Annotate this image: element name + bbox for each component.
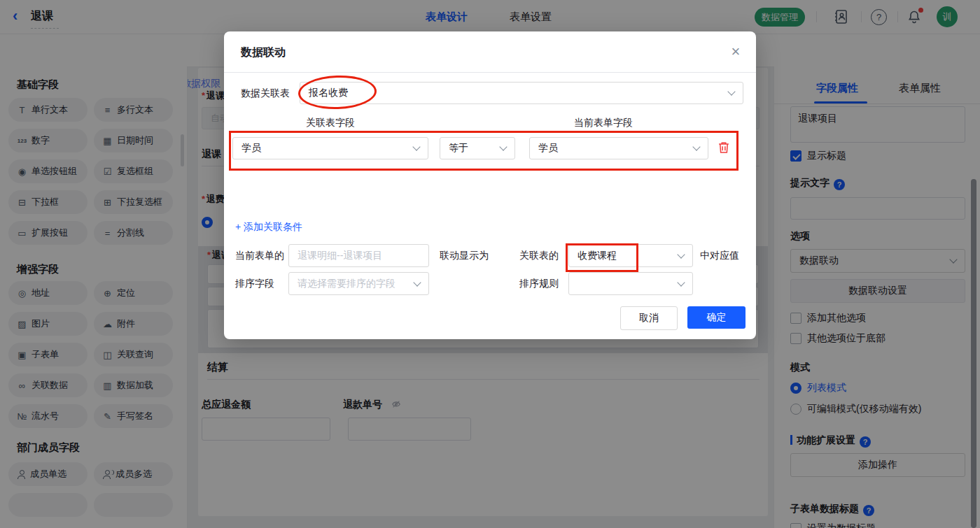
data-linkage-modal: 数据联动 × 数据关联表 报名收费 关联表字段 当前表单字段 学员 等于 学员	[224, 31, 756, 339]
condition-operator-value: 等于	[449, 142, 468, 155]
linked-table-of-label: 关联表的	[519, 250, 559, 262]
confirm-button[interactable]: 确定	[687, 306, 746, 329]
cancel-button[interactable]: 取消	[620, 306, 678, 330]
linked-table-label: 数据关联表	[241, 87, 290, 100]
condition-operator-select[interactable]: 等于	[440, 137, 515, 159]
chevron-down-icon	[727, 87, 735, 95]
current-form-label: 当前表单的	[235, 250, 284, 262]
form-designer-app: ‹ 退课 表单设计 表单设置 数据管理 ? 训 ↗	[0, 0, 980, 528]
column-header-linked-field: 关联表字段	[260, 117, 400, 129]
linked-display-field-value: 收费课程	[578, 250, 617, 262]
chevron-down-icon	[413, 278, 421, 286]
divider	[224, 72, 756, 73]
chevron-down-icon	[692, 143, 700, 150]
delete-condition-trash-icon[interactable]	[717, 141, 731, 155]
condition-linked-field-value: 学员	[241, 142, 261, 155]
condition-linked-field-select[interactable]: 学员	[232, 137, 428, 159]
sort-rule-select[interactable]	[568, 272, 693, 295]
modal-title: 数据联动	[241, 45, 286, 60]
condition-current-field-select[interactable]: 学员	[529, 137, 708, 159]
display-as-label: 联动显示为	[440, 250, 489, 262]
close-icon[interactable]: ×	[725, 41, 746, 62]
corresponding-value-label: 中对应值	[700, 250, 739, 262]
chevron-down-icon	[677, 250, 685, 258]
linked-table-value: 报名收费	[309, 87, 348, 99]
current-form-field-input: 退课明细--退课项目	[288, 244, 429, 267]
sort-field-label: 排序字段	[235, 278, 274, 290]
chevron-down-icon	[499, 143, 507, 150]
sort-field-placeholder: 请选择需要排序的字段	[298, 278, 396, 290]
add-condition-link[interactable]: + 添加关联条件	[235, 221, 302, 234]
linked-display-field-select[interactable]: 收费课程	[568, 244, 693, 267]
chevron-down-icon	[412, 143, 420, 150]
column-header-current-field: 当前表单字段	[533, 117, 673, 129]
linked-table-select[interactable]: 报名收费	[300, 82, 743, 104]
chevron-down-icon	[677, 278, 685, 286]
condition-current-field-value: 学员	[538, 142, 558, 155]
current-form-field-value: 退课明细--退课项目	[298, 250, 382, 262]
sort-rule-label: 排序规则	[519, 278, 559, 290]
sort-field-select[interactable]: 请选择需要排序的字段	[288, 272, 429, 295]
